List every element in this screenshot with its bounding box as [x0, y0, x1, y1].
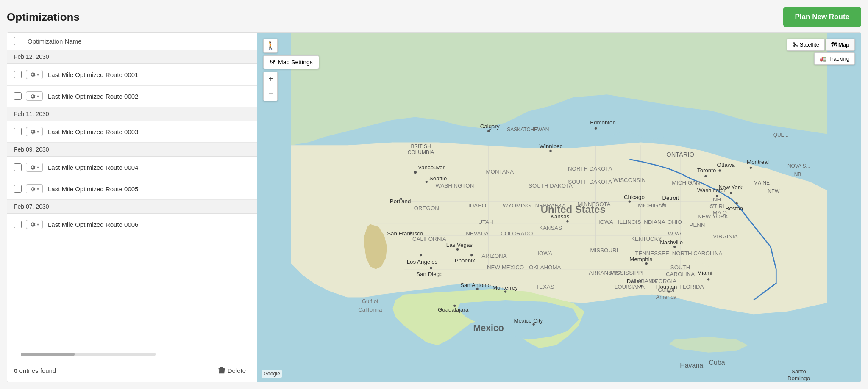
gear-menu-button[interactable]: ▾: [26, 70, 43, 79]
pegman-button[interactable]: 🚶: [263, 39, 278, 53]
svg-text:Toronto: Toronto: [697, 167, 716, 174]
svg-text:Vancouver: Vancouver: [418, 164, 445, 171]
route-checkbox[interactable]: [14, 163, 22, 171]
routes-list: Feb 12, 2030 ▾ Last Mile Optimized Route…: [7, 50, 257, 349]
table-row[interactable]: ▾ Last Mile Optimized Route 0001: [7, 64, 257, 86]
svg-text:California: California: [358, 306, 382, 313]
svg-point-68: [595, 127, 597, 130]
map-view-label: Map: [838, 41, 849, 48]
tracking-label: Tracking: [829, 55, 849, 62]
gear-menu-button[interactable]: ▾: [26, 220, 43, 229]
svg-text:COLORADO: COLORADO: [501, 230, 533, 237]
svg-text:Winnipeg: Winnipeg: [539, 143, 562, 149]
svg-text:SOUTH DAKOTA: SOUTH DAKOTA: [568, 179, 612, 185]
svg-text:Detroit: Detroit: [662, 195, 679, 201]
svg-text:KENTUCKY: KENTUCKY: [631, 236, 662, 242]
svg-text:Monterrey: Monterrey: [492, 284, 518, 291]
svg-text:OKLAHOMA: OKLAHOMA: [529, 264, 561, 270]
route-name: Last Mile Optimized Route 0004: [48, 164, 138, 171]
table-row[interactable]: ▾ Last Mile Optimized Route 0005: [7, 178, 257, 200]
satellite-icon: 🛰: [793, 41, 798, 48]
map-view-button[interactable]: 🗺 Map: [826, 39, 855, 51]
svg-point-60: [719, 169, 721, 171]
date-group-header: Feb 12, 2030: [7, 50, 257, 64]
svg-text:QUE...: QUE...: [773, 132, 789, 138]
table-footer: 0 entries found Delete: [7, 359, 257, 382]
plan-new-route-button[interactable]: Plan New Route: [783, 7, 861, 27]
gear-menu-button[interactable]: ▾: [26, 163, 43, 172]
table-row[interactable]: ▾ Last Mile Optimized Route 0004: [7, 157, 257, 178]
zoom-out-button[interactable]: −: [264, 86, 278, 101]
svg-text:OREGON: OREGON: [414, 205, 439, 211]
gear-menu-button[interactable]: ▾: [26, 127, 43, 136]
svg-point-40: [730, 192, 732, 194]
svg-text:MA O: MA O: [713, 210, 727, 216]
gear-icon: [30, 93, 36, 99]
svg-text:WISCONSIN: WISCONSIN: [613, 177, 646, 183]
svg-text:WASHINGTON: WASHINGTON: [435, 182, 474, 189]
svg-text:TENNESSEE: TENNESSEE: [635, 250, 669, 257]
svg-text:MONTANA: MONTANA: [486, 168, 514, 175]
table-row[interactable]: ▾ Last Mile Optimized Route 0006: [7, 214, 257, 235]
gear-menu-button[interactable]: ▾: [26, 91, 43, 101]
svg-text:UTAH: UTAH: [478, 219, 493, 225]
table-header: Optimization Name: [7, 33, 257, 50]
svg-point-42: [735, 202, 737, 204]
horizontal-scrollbar[interactable]: [21, 353, 156, 356]
route-name: Last Mile Optimized Route 0002: [48, 93, 138, 100]
tracking-icon: 🚛: [820, 55, 826, 62]
svg-text:Memphis: Memphis: [629, 256, 652, 262]
gear-menu-button[interactable]: ▾: [26, 184, 43, 193]
table-row[interactable]: ▾ Last Mile Optimized Route 0002: [7, 86, 257, 107]
route-checkbox[interactable]: [14, 185, 22, 193]
zoom-in-button[interactable]: +: [264, 72, 278, 86]
svg-text:WYOMING: WYOMING: [503, 202, 531, 209]
svg-text:KANSAS: KANSAS: [539, 225, 562, 231]
satellite-view-button[interactable]: 🛰 Satellite: [787, 39, 825, 51]
svg-point-46: [673, 246, 676, 248]
route-name: Last Mile Optimized Route 0006: [48, 221, 138, 228]
svg-text:COLUMBIA: COLUMBIA: [408, 149, 434, 155]
gear-icon: [30, 164, 36, 170]
svg-point-70: [504, 290, 506, 292]
route-name: Last Mile Optimized Route 0003: [48, 128, 138, 135]
svg-point-30: [456, 248, 459, 251]
map-settings-button[interactable]: 🗺 Map Settings: [263, 55, 319, 69]
map-icon: 🗺: [831, 41, 837, 48]
route-checkbox[interactable]: [14, 128, 22, 135]
zoom-controls: + −: [263, 72, 278, 101]
svg-text:NORTH CAROLINA: NORTH CAROLINA: [672, 250, 723, 257]
chevron-down-icon: ▾: [37, 187, 39, 191]
entries-count-label: 0 entries found: [14, 367, 56, 374]
map-controls: 🚶 🗺 Map Settings + −: [263, 39, 319, 101]
gear-icon: [30, 186, 36, 192]
tracking-button[interactable]: 🚛 Tracking: [814, 52, 855, 65]
route-checkbox[interactable]: [14, 221, 22, 228]
svg-text:NORTH DAKOTA: NORTH DAKOTA: [568, 166, 612, 172]
delete-label: Delete: [228, 367, 246, 374]
route-checkbox[interactable]: [14, 92, 22, 100]
svg-text:Seattle: Seattle: [429, 175, 447, 182]
svg-text:Edmonton: Edmonton: [590, 119, 616, 126]
date-group-header: Feb 11, 2030: [7, 107, 257, 121]
table-row[interactable]: ▾ Last Mile Optimized Route 0003: [7, 121, 257, 143]
svg-text:NB: NB: [794, 171, 801, 177]
svg-text:IDAHO: IDAHO: [468, 202, 486, 209]
svg-text:Guadalajara: Guadalajara: [438, 306, 469, 313]
route-checkbox[interactable]: [14, 71, 22, 78]
svg-point-32: [470, 254, 473, 256]
select-all-checkbox[interactable]: [14, 37, 22, 45]
svg-point-34: [566, 220, 568, 222]
chevron-down-icon: ▾: [37, 130, 39, 134]
svg-text:NOVA S...: NOVA S...: [787, 163, 810, 169]
svg-text:W.VA: W.VA: [668, 230, 682, 237]
svg-text:SOUTH DAKOTA: SOUTH DAKOTA: [529, 182, 573, 189]
delete-button[interactable]: Delete: [214, 364, 250, 377]
svg-point-20: [426, 181, 428, 183]
svg-text:Kansas: Kansas: [551, 213, 570, 220]
svg-point-64: [549, 150, 551, 152]
svg-point-18: [414, 171, 417, 174]
svg-text:Ottawa: Ottawa: [717, 162, 735, 168]
routes-panel: Optimization Name Feb 12, 2030 ▾ Last Mi…: [7, 33, 257, 382]
svg-text:IOWA: IOWA: [598, 219, 613, 225]
